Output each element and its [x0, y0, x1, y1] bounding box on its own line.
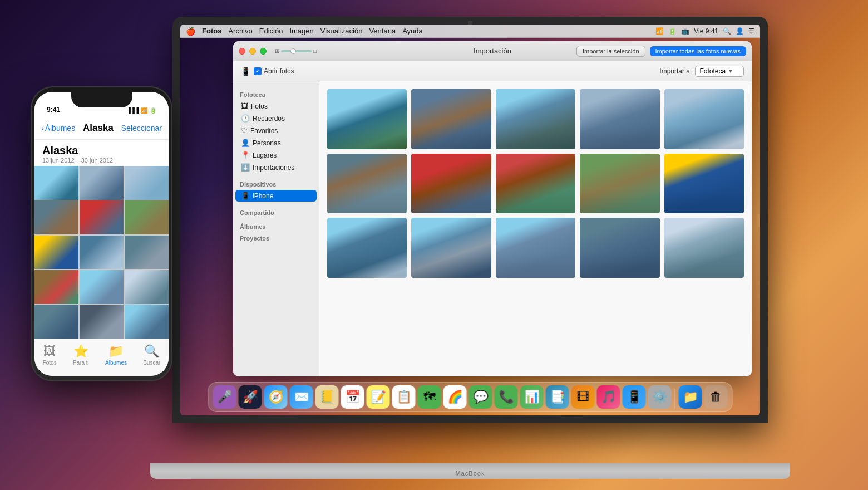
- photo-thumb[interactable]: [411, 154, 491, 214]
- dock-launchpad[interactable]: 🚀: [239, 385, 262, 409]
- photo-thumb[interactable]: [327, 218, 407, 278]
- photo-thumb[interactable]: [411, 89, 491, 149]
- menu-fotos[interactable]: Fotos: [202, 27, 221, 35]
- recuerdos-icon: 🕐: [241, 114, 250, 122]
- slider-thumb[interactable]: [290, 48, 296, 54]
- import-selection-button[interactable]: Importar la selección: [576, 46, 645, 57]
- dock-siri[interactable]: 🎤: [213, 385, 236, 409]
- dock-reminders[interactable]: 📋: [392, 385, 416, 409]
- iphone-photo[interactable]: [125, 200, 169, 234]
- dock-systemprefs[interactable]: ⚙️: [648, 385, 672, 409]
- photo-thumb[interactable]: [664, 154, 744, 214]
- menubar: 🍎 Fotos Archivo Edición Imagen Visualiza…: [180, 24, 760, 38]
- iphone-photo[interactable]: [34, 166, 78, 200]
- iphone-photo[interactable]: [80, 305, 124, 339]
- iphone-album-title: Alaska: [42, 144, 161, 157]
- dock-notes[interactable]: 📝: [367, 385, 390, 409]
- iphone-tab-albumes[interactable]: 📁 Álbumes: [105, 344, 127, 366]
- photo-thumb[interactable]: [664, 89, 744, 149]
- photo-thumb[interactable]: [496, 89, 575, 149]
- window-titlebar: ⊞ □ Importación Importar la selección Im…: [233, 41, 752, 61]
- sidebar-item-recuerdos[interactable]: 🕐 Recuerdos: [235, 112, 317, 124]
- battery-icon: 🔋: [668, 27, 677, 35]
- menu-archivo[interactable]: Archivo: [228, 27, 252, 35]
- dock-calendar[interactable]: 📅: [341, 385, 364, 409]
- control-center-icon[interactable]: ☰: [748, 27, 754, 35]
- apple-menu[interactable]: 🍎: [186, 27, 195, 36]
- iphone-photo[interactable]: [80, 200, 124, 234]
- photo-thumb[interactable]: [496, 154, 575, 214]
- iphone-photo[interactable]: [34, 200, 78, 234]
- iphone-tab-parati[interactable]: ⭐ Para ti: [73, 344, 89, 366]
- iphone-photo[interactable]: [125, 236, 169, 270]
- iphone-back-button[interactable]: ‹ Álbumes: [41, 124, 75, 133]
- importaciones-icon: ⬇️: [241, 163, 250, 171]
- dock-messages[interactable]: 💬: [469, 385, 492, 409]
- open-photos-checkbox[interactable]: ✓: [254, 67, 262, 75]
- sidebar-item-fotos[interactable]: 🖼 Fotos: [235, 100, 317, 112]
- time-display: Vie 9:41: [694, 27, 718, 35]
- dock-contacts[interactable]: 📒: [315, 385, 339, 409]
- traffic-light-green[interactable]: [260, 48, 267, 55]
- dock-photos[interactable]: 🌈: [443, 385, 467, 409]
- photos-window: ⊞ □ Importación Importar la selección Im…: [233, 41, 752, 376]
- traffic-light-red[interactable]: [239, 48, 245, 55]
- albumes-tab-icon: 📁: [108, 344, 124, 359]
- iphone-tab-fotos[interactable]: 🖼 Fotos: [43, 344, 57, 366]
- iphone-album-nav-title: Alaska: [83, 122, 114, 134]
- iphone-photo[interactable]: [34, 270, 78, 304]
- iphone-photo[interactable]: [125, 270, 169, 304]
- iphone-tabbar: 🖼 Fotos ⭐ Para ti 📁 Álbumes 🔍 Buscar: [34, 340, 169, 376]
- menu-edicion[interactable]: Edición: [259, 27, 283, 35]
- iphone-photo[interactable]: [34, 236, 78, 270]
- dock-music[interactable]: 🎵: [597, 385, 620, 409]
- menu-ventana[interactable]: Ventana: [369, 27, 396, 35]
- dock-facetime[interactable]: 📞: [495, 385, 518, 409]
- photo-thumb[interactable]: [327, 154, 407, 214]
- fototeca-select[interactable]: Fototeca ▼: [695, 66, 744, 77]
- dock-appstore[interactable]: 📱: [623, 385, 646, 409]
- menu-visualizacion[interactable]: Visualización: [320, 27, 363, 35]
- window-body: Fototeca 🖼 Fotos 🕐 Recuerdos ♡ Favoritos: [233, 81, 752, 376]
- iphone-photo[interactable]: [80, 270, 124, 304]
- iphone-back-chevron: ‹: [41, 124, 44, 133]
- photo-thumb[interactable]: [664, 218, 744, 278]
- menu-imagen[interactable]: Imagen: [289, 27, 313, 35]
- photo-thumb[interactable]: [580, 89, 659, 149]
- iphone-notch: [71, 92, 132, 107]
- menu-ayuda[interactable]: Ayuda: [402, 27, 423, 35]
- iphone-photo[interactable]: [34, 305, 78, 339]
- dock-numbers[interactable]: 📊: [520, 385, 544, 409]
- lugares-icon: 📍: [241, 151, 250, 159]
- view-slider[interactable]: ⊞ □: [275, 48, 317, 54]
- sidebar-item-lugares[interactable]: 📍 Lugares: [235, 149, 317, 161]
- macbook-screen: 🍎 Fotos Archivo Edición Imagen Visualiza…: [180, 24, 760, 415]
- iphone-tab-buscar[interactable]: 🔍 Buscar: [143, 344, 160, 366]
- dock-files[interactable]: 📁: [679, 385, 702, 409]
- photo-thumb[interactable]: [580, 154, 659, 214]
- iphone-photo[interactable]: [125, 166, 169, 200]
- dock-keynote[interactable]: 🎞: [571, 385, 595, 409]
- sidebar-item-personas[interactable]: 👤 Personas: [235, 137, 317, 149]
- traffic-light-yellow[interactable]: [249, 48, 256, 55]
- dock-maps[interactable]: 🗺: [418, 385, 441, 409]
- macbook-base: MacBook: [150, 463, 790, 479]
- iphone-photo[interactable]: [80, 236, 124, 270]
- sidebar-item-iphone[interactable]: 📱 iPhone: [235, 190, 317, 202]
- dock-trash[interactable]: 🗑: [704, 385, 728, 409]
- search-icon[interactable]: 🔍: [723, 27, 731, 35]
- photo-thumb[interactable]: [580, 218, 659, 278]
- photo-thumb[interactable]: [411, 218, 491, 278]
- sidebar-item-importaciones[interactable]: ⬇️ Importaciones: [235, 161, 317, 173]
- sidebar-item-favoritos[interactable]: ♡ Favoritos: [235, 125, 317, 136]
- photo-thumb[interactable]: [327, 89, 407, 149]
- iphone-photo[interactable]: [125, 305, 169, 339]
- iphone-photo[interactable]: [80, 166, 124, 200]
- dock-pages[interactable]: 📑: [546, 385, 569, 409]
- iphone-select-button[interactable]: Seleccionar: [121, 124, 162, 133]
- dock-safari[interactable]: 🧭: [264, 385, 288, 409]
- user-icon[interactable]: 👤: [736, 27, 744, 35]
- photo-thumb[interactable]: [496, 218, 575, 278]
- dock-mail[interactable]: ✉️: [290, 385, 313, 409]
- import-all-button[interactable]: Importar todas las fotos nuevas: [650, 46, 746, 56]
